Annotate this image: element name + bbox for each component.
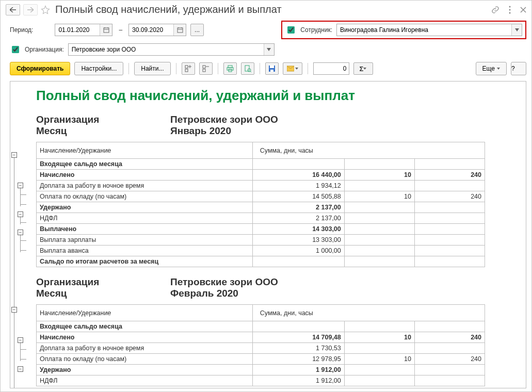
row-sum: 1 912,00 xyxy=(252,365,344,375)
page-title: Полный свод начислений, удержаний и выпл… xyxy=(55,4,488,15)
table-row[interactable]: НДФЛ 2 137,00 xyxy=(37,213,485,224)
row-name: Выплата зарплаты xyxy=(37,235,253,246)
tree-collapse-node[interactable]: − xyxy=(18,366,23,372)
row-name: Доплата за работу в ночное время xyxy=(37,343,253,354)
table-row[interactable]: Удержано 1 912,00 xyxy=(37,365,485,375)
collapse-groups-button[interactable] xyxy=(199,62,213,75)
row-days xyxy=(344,213,414,224)
find-button[interactable]: Найти... xyxy=(134,62,170,75)
table-row[interactable]: НДФЛ 1 912,00 xyxy=(37,375,485,386)
row-hours xyxy=(414,246,485,256)
period-ellipsis-button[interactable]: ... xyxy=(190,24,204,36)
organization-checkbox[interactable] xyxy=(12,46,19,53)
row-sum: 14 709,48 xyxy=(252,332,344,343)
svg-point-1 xyxy=(509,9,511,10)
row-hours xyxy=(414,159,485,170)
row-hours xyxy=(414,235,485,246)
table-row[interactable]: Удержано 2 137,00 xyxy=(37,202,485,213)
row-sum: 1 912,00 xyxy=(252,375,344,386)
table-row[interactable]: Входящее сальдо месяца xyxy=(37,159,485,170)
menu-dots-icon[interactable] xyxy=(509,6,511,14)
row-name: Удержано xyxy=(37,202,253,213)
organization-input[interactable] xyxy=(69,46,264,53)
table-row[interactable]: Оплата по окладу (по часам) 14 505,88 10… xyxy=(37,191,485,202)
table-row[interactable]: Начислено 16 440,00 10 240 xyxy=(37,170,485,181)
employee-input[interactable] xyxy=(337,26,511,34)
row-name: НДФЛ xyxy=(37,375,253,386)
row-name: Удержано xyxy=(37,365,253,375)
generate-button[interactable]: Сформировать xyxy=(10,62,70,75)
print-preview-button[interactable] xyxy=(241,62,254,75)
row-hours xyxy=(414,375,485,386)
outline-gutter: − − − − − − − xyxy=(10,81,29,388)
employee-checkbox[interactable] xyxy=(287,26,295,34)
col-header-name: Начисление/Удержание xyxy=(37,142,253,159)
row-hours: 240 xyxy=(414,332,485,343)
table-row[interactable]: Выплачено 14 303,00 xyxy=(37,224,485,235)
help-button[interactable]: ? xyxy=(511,62,526,75)
settings-button[interactable]: Настройки... xyxy=(74,62,123,75)
table-row[interactable]: Начислено 14 709,48 10 240 xyxy=(37,332,485,343)
favorite-star-icon[interactable] xyxy=(41,5,50,14)
tree-collapse-node[interactable]: − xyxy=(18,230,23,235)
tree-collapse-node[interactable]: − xyxy=(11,152,17,158)
calendar-icon[interactable] xyxy=(173,24,186,36)
report-title: Полный свод начислений, удержаний и выпл… xyxy=(36,88,515,104)
svg-rect-22 xyxy=(270,66,274,68)
mail-button[interactable] xyxy=(283,62,302,75)
row-days: 10 xyxy=(344,332,414,343)
row-name: Оплата по окладу (по часам) xyxy=(37,191,253,202)
date-from-field[interactable] xyxy=(55,24,112,36)
row-days xyxy=(344,321,414,332)
table-row[interactable]: Выплата аванса 1 000,00 xyxy=(37,246,485,256)
row-name: Выплачено xyxy=(37,224,253,235)
tree-collapse-node[interactable]: − xyxy=(18,183,23,188)
expand-groups-button[interactable] xyxy=(182,62,195,75)
more-button[interactable]: Еще xyxy=(476,62,507,75)
print-button[interactable] xyxy=(223,62,237,75)
nav-forward-button[interactable] xyxy=(23,4,38,15)
payroll-table: Начисление/УдержаниеСумма, дни, часы Вхо… xyxy=(36,304,485,386)
calendar-icon[interactable] xyxy=(100,24,112,36)
section-org-label: Организация xyxy=(36,276,170,288)
organization-select[interactable] xyxy=(68,43,275,56)
nav-back-button[interactable] xyxy=(6,4,20,15)
close-icon[interactable] xyxy=(520,7,526,13)
row-days xyxy=(344,159,414,170)
svg-line-20 xyxy=(250,71,251,72)
row-days: 10 xyxy=(344,191,414,202)
row-name: Выплата аванса xyxy=(37,246,253,256)
table-row[interactable]: Доплата за работу в ночное время 1 730,5… xyxy=(37,343,485,354)
date-from-input[interactable] xyxy=(55,24,100,36)
table-row[interactable]: Выплата зарплаты 13 303,00 xyxy=(37,235,485,246)
date-to-input[interactable] xyxy=(129,24,173,36)
save-button[interactable] xyxy=(265,62,279,75)
employee-select[interactable] xyxy=(336,24,522,36)
table-row[interactable]: Оплата по окладу (по часам) 12 978,95 10… xyxy=(37,354,485,365)
svg-point-2 xyxy=(509,12,511,13)
row-days xyxy=(344,246,414,256)
row-sum: 14 505,88 xyxy=(252,191,344,202)
tree-collapse-node[interactable]: − xyxy=(18,337,23,343)
period-dash: – xyxy=(119,26,122,34)
report-area[interactable]: − − − − − − − Полный свод начислений, уд… xyxy=(10,81,526,388)
row-sum xyxy=(252,159,344,170)
tree-collapse-node[interactable]: − xyxy=(18,211,23,217)
table-row[interactable]: Входящее сальдо месяца xyxy=(37,321,485,332)
chevron-down-icon[interactable] xyxy=(511,24,522,36)
row-sum: 2 137,00 xyxy=(252,202,344,213)
tree-collapse-node[interactable]: − xyxy=(11,307,17,313)
svg-rect-7 xyxy=(178,28,183,32)
col-header-name: Начисление/Удержание xyxy=(37,305,253,321)
row-name: Оплата по окладу (по часам) xyxy=(37,354,253,365)
row-sum: 14 303,00 xyxy=(252,224,344,235)
chevron-down-icon[interactable] xyxy=(264,44,274,55)
row-hours xyxy=(414,321,485,332)
svg-rect-12 xyxy=(185,69,188,72)
link-icon[interactable] xyxy=(491,6,499,14)
date-to-field[interactable] xyxy=(128,24,186,36)
sigma-button[interactable]: Σ xyxy=(353,62,373,75)
table-row[interactable]: Сальдо по итогам расчетов за месяц xyxy=(37,256,485,267)
table-row[interactable]: Доплата за работу в ночное время 1 934,1… xyxy=(37,181,485,191)
number-input[interactable] xyxy=(313,62,349,75)
